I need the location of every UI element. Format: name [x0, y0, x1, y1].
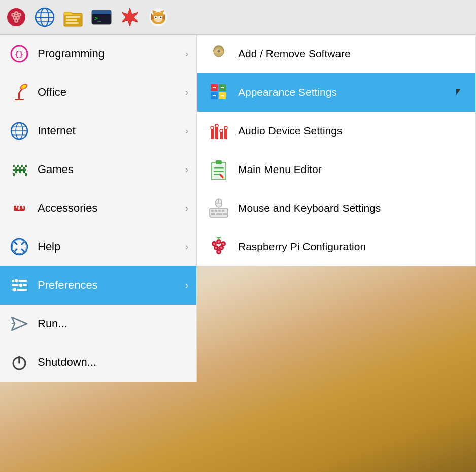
svg-point-106 — [224, 126, 227, 129]
office-icon — [8, 81, 30, 104]
svg-rect-52 — [17, 165, 19, 167]
raspberry-pi-configuration-label: Raspberry Pi Configuration — [238, 241, 366, 253]
svg-rect-62 — [13, 173, 15, 176]
programming-arrow: › — [185, 49, 188, 59]
main-menu-editor-label: Main Menu Editor — [238, 163, 322, 176]
svg-line-73 — [15, 249, 17, 251]
svg-rect-20 — [66, 16, 80, 18]
svg-point-8 — [13, 14, 14, 15]
svg-rect-65 — [16, 204, 17, 208]
svg-point-131 — [213, 243, 215, 245]
svg-rect-118 — [222, 210, 224, 212]
shutdown-icon — [8, 351, 30, 374]
svg-rect-114 — [210, 208, 228, 217]
games-arrow: › — [185, 164, 188, 175]
menu-item-help[interactable]: Help › — [0, 227, 196, 266]
svg-rect-115 — [211, 210, 214, 212]
svg-point-35 — [155, 16, 157, 18]
svg-rect-119 — [211, 213, 215, 215]
mouse-keyboard-settings-icon — [208, 197, 230, 219]
svg-rect-55 — [15, 167, 17, 169]
left-menu-panel: {} Programming › Office › — [0, 35, 197, 382]
svg-rect-56 — [19, 167, 21, 169]
add-remove-software-icon — [208, 43, 230, 65]
svg-rect-116 — [215, 210, 217, 212]
svg-rect-22 — [66, 22, 79, 24]
svg-rect-42 — [18, 93, 20, 99]
taskbar-wolfram-button[interactable] — [117, 4, 143, 30]
internet-label: Internet — [38, 124, 185, 138]
svg-point-78 — [14, 279, 18, 283]
svg-line-139 — [219, 237, 221, 238]
accessories-icon — [8, 197, 30, 219]
taskbar-chromium-button[interactable] — [145, 4, 172, 30]
appearance-settings-label: Appearance Settings — [238, 86, 337, 98]
svg-rect-63 — [25, 173, 27, 176]
audio-device-settings-icon — [208, 120, 230, 142]
help-label: Help — [38, 240, 185, 253]
svg-line-72 — [22, 242, 24, 244]
svg-point-9 — [16, 12, 17, 14]
taskbar-file-manager-button[interactable] — [60, 4, 86, 30]
raspberry-pi-config-icon — [208, 235, 230, 258]
preferences-arrow: › — [185, 280, 188, 291]
svg-point-134 — [215, 247, 217, 249]
svg-point-90 — [218, 50, 220, 52]
svg-point-103 — [211, 126, 214, 129]
menu-item-run[interactable]: Run... — [0, 305, 196, 343]
preferences-label: Preferences — [38, 279, 185, 292]
games-label: Games — [38, 163, 185, 176]
svg-point-132 — [218, 241, 220, 243]
internet-icon — [8, 120, 30, 142]
help-icon — [8, 235, 30, 258]
svg-rect-108 — [216, 160, 222, 164]
svg-rect-117 — [218, 210, 221, 212]
svg-rect-110 — [214, 171, 224, 172]
svg-point-69 — [11, 239, 27, 255]
svg-point-12 — [17, 17, 19, 18]
submenu-audio-device-settings[interactable]: Audio Device Settings — [197, 112, 475, 150]
menu-item-office[interactable]: Office › — [0, 73, 196, 112]
taskbar-raspberry-pi-button[interactable] — [3, 4, 29, 30]
submenu-main-menu-editor[interactable]: Main Menu Editor — [197, 150, 475, 189]
menu-item-games[interactable]: Games › — [0, 150, 196, 189]
svg-line-74 — [22, 249, 24, 251]
shutdown-label: Shutdown... — [38, 356, 188, 369]
svg-point-11 — [14, 17, 16, 18]
submenu-raspberry-pi-configuration[interactable]: Raspberry Pi Configuration — [197, 227, 475, 266]
svg-rect-60 — [19, 171, 21, 173]
svg-point-133 — [222, 243, 224, 245]
svg-text:{}: {} — [15, 50, 23, 58]
svg-marker-27 — [122, 8, 138, 26]
submenu-mouse-keyboard-settings[interactable]: Mouse and Keyboard Settings — [197, 189, 475, 227]
submenu-add-remove-software[interactable]: Add / Remove Software — [197, 35, 475, 73]
accessories-label: Accessories — [38, 201, 185, 215]
taskbar-web-browser-button[interactable] — [31, 4, 58, 30]
programming-label: Programming — [38, 47, 185, 60]
menu-item-shutdown[interactable]: Shutdown... — [0, 343, 196, 382]
menu-item-programming[interactable]: {} Programming › — [0, 35, 196, 73]
internet-arrow: › — [185, 126, 188, 137]
svg-rect-121 — [223, 213, 227, 215]
svg-rect-59 — [15, 171, 17, 173]
taskbar-terminal-button[interactable]: >_ — [88, 4, 115, 30]
svg-point-13 — [16, 20, 17, 21]
svg-point-10 — [19, 14, 20, 15]
menu-item-accessories[interactable]: Accessories › — [0, 189, 196, 227]
svg-rect-51 — [13, 165, 15, 167]
help-arrow: › — [185, 242, 188, 252]
svg-rect-109 — [214, 167, 224, 169]
svg-rect-53 — [21, 165, 23, 167]
svg-point-104 — [215, 124, 218, 127]
svg-rect-58 — [13, 169, 26, 171]
svg-point-36 — [160, 16, 162, 18]
taskbar: >_ — [0, 0, 476, 35]
submenu-appearance-settings[interactable]: Appearance Settings — [197, 73, 475, 112]
menu-item-internet[interactable]: Internet › — [0, 112, 196, 150]
svg-point-80 — [13, 288, 17, 292]
menu-item-preferences[interactable]: Preferences › — [0, 266, 196, 305]
svg-point-135 — [220, 247, 222, 249]
svg-point-68 — [18, 207, 20, 209]
svg-text:>_: >_ — [94, 15, 102, 22]
mouse-keyboard-settings-label: Mouse and Keyboard Settings — [238, 202, 381, 214]
